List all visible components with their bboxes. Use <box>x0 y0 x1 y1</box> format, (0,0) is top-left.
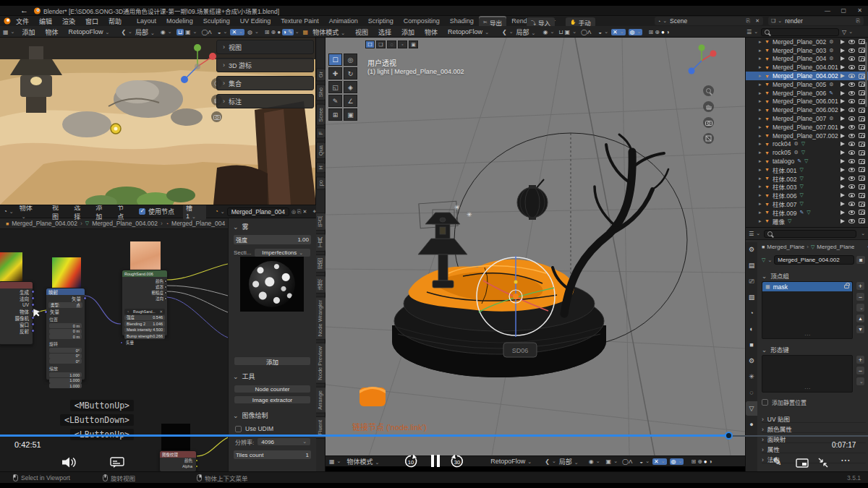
selectable-icon[interactable] <box>841 150 845 155</box>
outliner-row[interactable]: ▸ ▼ Merged_Plane_006.001 ⚙ ✎ ▽ <box>746 98 868 106</box>
rendered-viewport[interactable]: 视图 3D 游标 集合 标注 <box>0 38 316 205</box>
sidebar-tab[interactable]: Gr <box>316 68 326 81</box>
tweak-select-icon[interactable]: ☐ <box>365 40 375 48</box>
properties-tab[interactable]: ◌ <box>746 385 757 400</box>
proportional-edit-icon[interactable]: ◯ <box>581 29 587 35</box>
orientation-dropdown[interactable]: 局部 <box>132 27 158 38</box>
select-box-tool[interactable]: ☐ <box>328 53 342 66</box>
mapping-value-row[interactable]: 1.000 <box>49 372 82 377</box>
mode-dropdown[interactable]: 物体模式 <box>310 27 348 38</box>
expand-icon[interactable]: ▸ <box>759 48 765 53</box>
visibility-icon[interactable] <box>848 40 855 44</box>
perspective-toggle-icon[interactable] <box>703 133 714 144</box>
sidebar-section[interactable]: 3D 游标 <box>216 58 314 72</box>
outliner-row[interactable]: ▸ ▼ 柱体.006 ⚙ ✎ ▽ <box>746 191 868 200</box>
outliner-row[interactable]: ▸ ▼ 柱体.003 ⚙ ✎ ▽ <box>746 183 868 192</box>
visibility-icon[interactable] <box>848 65 855 69</box>
selectable-icon[interactable] <box>841 99 845 103</box>
outliner-row[interactable]: ▸ ▼ Merged_Plane_002 ⚙ ✎ ▽ <box>746 38 868 46</box>
expand-icon[interactable]: ▸ <box>759 56 765 61</box>
volume-icon[interactable] <box>61 456 77 468</box>
new-scene-icon[interactable]: ⎘ <box>746 18 750 24</box>
node-output[interactable]: 反射 <box>0 328 33 334</box>
viewport-menu-item[interactable]: 物体 <box>422 27 441 38</box>
pivot-point-icon[interactable]: ◉ <box>161 29 172 35</box>
remove-vertex-group-button[interactable]: − <box>856 292 865 301</box>
add-vertex-group-button[interactable]: + <box>856 281 865 291</box>
workspace-tab[interactable]: Modeling <box>161 16 198 26</box>
selectable-icon[interactable] <box>841 176 845 181</box>
properties-tab[interactable]: ■ <box>746 338 757 352</box>
window-maximize-button[interactable]: ▢ <box>841 7 846 14</box>
vertex-group-specials-button[interactable] <box>856 303 865 312</box>
video-progress-played[interactable] <box>0 435 729 437</box>
editor-type-icon[interactable]: ◔ <box>4 208 14 215</box>
sidebar-tab[interactable]: Sho <box>316 84 326 100</box>
properties-tab[interactable]: ▤ <box>746 258 757 273</box>
mapping-value-row[interactable]: 0 m <box>49 329 82 334</box>
render-visibility-icon[interactable] <box>859 193 865 198</box>
visibility-icon[interactable] <box>848 150 855 155</box>
transform-orientation-icon[interactable]: ❮ <box>502 29 514 35</box>
data-name-field[interactable]: Merged_Plane_004.002 <box>774 255 854 265</box>
render-visibility-icon[interactable] <box>859 210 865 215</box>
image-texture-node[interactable]: 图像纹理 颜色Alpha <box>159 450 197 471</box>
mode-dropdown[interactable]: 物体模式 <box>344 456 382 467</box>
mapping-type-dropdown[interactable]: 类型:点 <box>48 302 82 308</box>
properties-tab[interactable]: ● <box>746 417 757 432</box>
shading-wireframe-icon[interactable]: ⊞ <box>265 29 270 35</box>
resize-handle[interactable]: ⋯ <box>804 332 810 338</box>
lock-icon[interactable] <box>844 285 849 288</box>
expand-icon[interactable]: ▸ <box>759 192 765 198</box>
shading-material-icon[interactable]: ● <box>277 29 281 35</box>
shader-menu-item[interactable]: 添加 <box>93 205 110 222</box>
selectable-icon[interactable] <box>841 74 845 78</box>
menu-item[interactable]: 编辑 <box>36 16 55 27</box>
shader-sidebar-tab[interactable]: Node Preview <box>315 343 326 384</box>
retopoflow-menu[interactable]: RetopoFlow <box>65 27 112 36</box>
viewport-menu-item[interactable]: 视图 <box>352 27 371 38</box>
orientation-dropdown[interactable]: 局部 <box>514 27 539 38</box>
proportional-edit-icon[interactable]: ◯ <box>201 29 208 35</box>
outliner-row[interactable]: ▸ ▼ Merged_Plane_005 ⚙ ✎ ▽ <box>746 80 868 89</box>
video-progress-handle[interactable] <box>725 432 733 440</box>
expand-icon[interactable]: ▸ <box>759 82 765 87</box>
shading-wireframe-icon[interactable]: ⊞ <box>648 29 653 35</box>
outliner-row[interactable]: ▸ ▼ 柱体.001 ⚙ ✎ ▽ <box>746 166 868 174</box>
gizmo-toggle-icon[interactable]: ✕ <box>611 29 626 35</box>
selectable-icon[interactable] <box>841 184 845 189</box>
workspace-tab[interactable]: Compositing <box>399 16 445 26</box>
skip-back-icon[interactable]: 10 <box>404 454 418 468</box>
more-options-icon[interactable]: ⋯ <box>841 454 851 466</box>
use-nodes-checkbox[interactable] <box>139 208 145 215</box>
group-value-slider[interactable]: Bump strength0.266 <box>124 333 165 339</box>
sidebar-tab[interactable]: Scree <box>316 104 326 126</box>
sidebar-section[interactable]: 视图 <box>216 40 314 54</box>
properties-options-icon[interactable] <box>859 231 865 236</box>
shader-sidebar-tab[interactable]: 节点 <box>315 213 326 231</box>
group-datablock-selector[interactable]: ◔RoughSand...✕ <box>124 309 165 314</box>
transform-tool[interactable]: ◈ <box>344 81 357 93</box>
add-shape-key-button[interactable]: + <box>856 355 865 364</box>
outliner-row[interactable]: ▸ ▼ 雕像 ⚙ ✎ ▽ <box>746 217 868 226</box>
group-value-slider[interactable]: Mask intensity4.500 <box>124 328 165 333</box>
add-cube-tool[interactable]: ⊞ <box>328 108 342 121</box>
mapping-value-row[interactable]: 位置 <box>46 315 85 323</box>
orientation-dropdown[interactable]: 局部 <box>556 456 582 467</box>
retopoflow-menu[interactable]: RetopoFlow <box>488 457 535 466</box>
mapping-value-row[interactable]: 0 m <box>49 323 82 328</box>
sidebar-tab[interactable]: H <box>316 162 326 173</box>
mapping-value-row[interactable]: 0 m <box>49 334 82 339</box>
video-progress-remaining[interactable] <box>729 435 868 437</box>
node-output[interactable]: 颜色 <box>160 458 196 463</box>
properties-tab[interactable]: ✳ <box>746 369 757 384</box>
expand-icon[interactable]: ▸ <box>759 98 765 104</box>
move-down-button[interactable]: ▼ <box>856 325 865 334</box>
paint-mask-icon[interactable]: ◒ <box>639 458 650 465</box>
blender-logo-icon[interactable] <box>3 17 12 25</box>
editor-type-icon[interactable]: ☰ <box>749 231 760 237</box>
outliner-search-input[interactable] <box>761 28 839 36</box>
editor-type-icon[interactable]: ▦ <box>3 29 14 35</box>
annotate-pencil-icon[interactable]: ✎ <box>773 455 782 468</box>
render-visibility-icon[interactable] <box>859 202 865 207</box>
